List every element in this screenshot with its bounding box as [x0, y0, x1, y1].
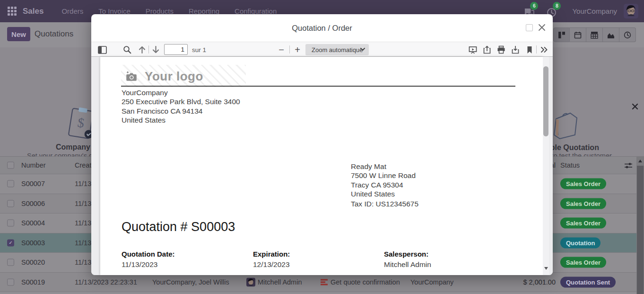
graph-view-icon[interactable]: [603, 27, 619, 42]
document-title: Quotation # S00003: [122, 220, 235, 234]
search-icon[interactable]: [122, 45, 132, 54]
nav-item-orders[interactable]: Orders: [61, 7, 83, 15]
previous-page-icon[interactable]: [137, 45, 147, 54]
status-badge: Sales Order: [560, 257, 606, 268]
bookmark-icon[interactable]: [525, 45, 534, 54]
apps-grid-icon[interactable]: [8, 7, 17, 16]
company-address: YourCompany 250 Executive Park Blvd, Sui…: [122, 88, 240, 125]
new-button[interactable]: New: [7, 27, 30, 41]
logo-text: Your logo: [145, 69, 203, 84]
field-label: Expiration:: [253, 250, 290, 258]
field-value: 12/13/2023: [253, 260, 290, 269]
page-count-label: sur 1: [192, 46, 206, 53]
next-page-icon[interactable]: [151, 45, 160, 54]
row-salesperson: Mitchell Admin: [258, 278, 302, 286]
chevron-down-icon: [360, 48, 365, 51]
field-value: Mitchell Admin: [384, 260, 431, 269]
row-checkbox[interactable]: [7, 278, 14, 285]
header-rule: [121, 86, 515, 87]
row-number: S00019: [21, 278, 45, 286]
scroll-down-arrow-icon[interactable]: [544, 267, 548, 270]
status-badge: Quotation Sent: [560, 276, 616, 287]
pdf-scrollbar[interactable]: [543, 57, 549, 275]
quotation-order-dialog: Quotation / Order sur 1 − + Zoom automat…: [91, 14, 553, 275]
row-company: YourCompany: [410, 278, 453, 286]
presentation-mode-icon[interactable]: [468, 45, 478, 54]
user-avatar[interactable]: [624, 4, 638, 18]
row-number: S00004: [21, 219, 45, 227]
dialog-header: Quotation / Order: [91, 14, 553, 42]
header-number[interactable]: Number: [21, 161, 46, 169]
page-number-input[interactable]: [164, 44, 188, 55]
pdf-page: Your logo YourCompany 250 Executive Park…: [100, 57, 543, 275]
pdf-viewport: Your logo YourCompany 250 Executive Park…: [91, 57, 553, 275]
activities-count-badge: 8: [553, 2, 561, 10]
row-number: S00003: [21, 239, 45, 247]
zoom-out-icon[interactable]: −: [277, 45, 286, 54]
logo-placeholder: Your logo: [121, 65, 246, 88]
status-badge: Quotation: [560, 237, 600, 248]
row-checkbox[interactable]: [7, 220, 14, 227]
banner-close-icon[interactable]: [631, 103, 639, 110]
row-total: $ 2,001.00: [489, 278, 556, 286]
view-switcher: [553, 27, 636, 42]
quotation-illustration: [552, 110, 580, 140]
calendar-view-icon[interactable]: [570, 27, 586, 42]
select-all-checkbox[interactable]: [7, 162, 14, 169]
print-icon[interactable]: [496, 45, 506, 54]
list-scrollbar[interactable]: [636, 157, 644, 294]
app-brand-sales[interactable]: Sales: [23, 7, 44, 16]
row-number: S00020: [21, 258, 45, 266]
row-checkbox[interactable]: [7, 259, 14, 266]
svg-text:$: $: [77, 115, 86, 131]
open-file-icon[interactable]: [482, 45, 492, 54]
scrollbar-thumb[interactable]: [543, 66, 548, 136]
zoom-in-icon[interactable]: +: [293, 45, 302, 54]
close-icon[interactable]: [537, 23, 547, 32]
row-number: S00006: [21, 200, 45, 207]
row-checkbox[interactable]: [7, 200, 14, 207]
status-badge: Sales Order: [560, 198, 606, 209]
zoom-select-value: Zoom automatique: [312, 46, 363, 53]
status-badge: Sales Order: [560, 178, 606, 189]
more-tools-icon[interactable]: [540, 45, 549, 54]
row-checkbox[interactable]: [7, 239, 14, 246]
messages-count-badge: 6: [530, 2, 538, 10]
status-badge: Sales Order: [560, 218, 606, 229]
email-activity-icon[interactable]: [321, 279, 328, 285]
header-status[interactable]: Status: [560, 161, 580, 169]
company-switcher[interactable]: YourCompany: [572, 7, 617, 15]
scrollbar-thumb[interactable]: [637, 166, 644, 294]
field-value: 11/13/2023: [122, 260, 157, 269]
expand-icon[interactable]: [526, 24, 533, 31]
kanban-view-icon[interactable]: [553, 27, 570, 42]
row-date: 11/13/2023 22:23:31: [75, 278, 137, 286]
field-label: Quotation Date:: [122, 250, 175, 258]
salesperson-avatar: [246, 277, 255, 286]
table-row: [0, 292, 636, 294]
row-customer: YourCompany, Joel Willis: [152, 278, 229, 286]
column-options-icon[interactable]: [624, 162, 633, 169]
row-activity[interactable]: Get quote confirmation: [331, 278, 400, 286]
table-row[interactable]: S00019 11/13/2023 22:23:31 YourCompany, …: [0, 273, 636, 293]
download-icon[interactable]: [511, 45, 520, 54]
camera-icon: [125, 71, 137, 81]
row-number: S00007: [21, 180, 45, 187]
row-checkbox[interactable]: [7, 180, 14, 187]
pdf-toolbar: sur 1 − + Zoom automatique: [91, 42, 553, 57]
sidebar-toggle-icon[interactable]: [97, 45, 107, 54]
activity-view-icon[interactable]: [619, 27, 636, 42]
field-label: Salesperson:: [384, 250, 428, 258]
breadcrumb: Quotations: [35, 29, 73, 39]
dialog-title: Quotation / Order: [91, 24, 553, 33]
customer-address: Ready Mat 7500 W Linne Road Tracy CA 953…: [351, 162, 418, 208]
pivot-view-icon[interactable]: [586, 27, 603, 42]
zoom-select[interactable]: Zoom automatique: [305, 44, 369, 55]
scroll-up-arrow-icon[interactable]: [638, 160, 642, 162]
